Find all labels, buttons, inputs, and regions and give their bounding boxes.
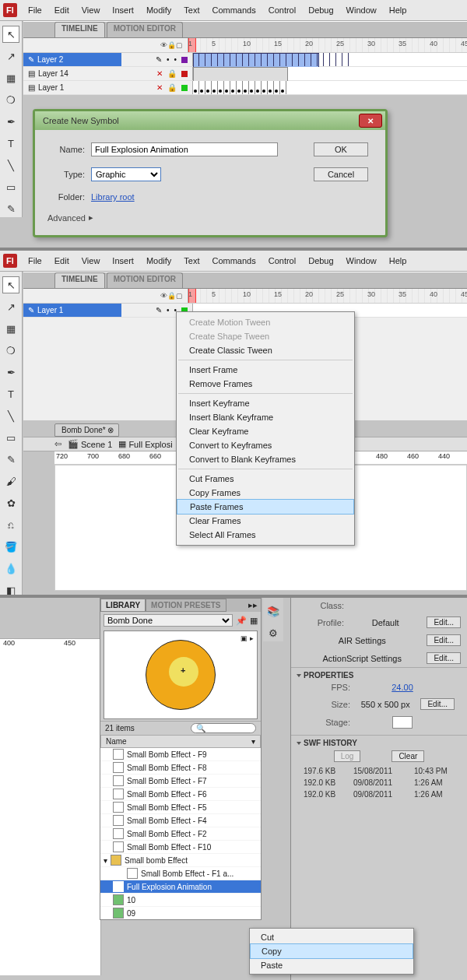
advanced-toggle[interactable]: Advanced▸	[44, 213, 376, 223]
outline-icon[interactable]: ▢	[175, 41, 183, 49]
column-header-name[interactable]: Name▾	[100, 735, 261, 748]
pencil-icon[interactable]: ✎	[156, 306, 162, 314]
lasso-tool[interactable]: ❍	[2, 342, 19, 359]
collapse-icon[interactable]: ▸▸	[245, 599, 261, 612]
layer-row[interactable]: ▤Layer 1 ✕🔒	[23, 81, 467, 95]
folder-link[interactable]: Library root	[91, 192, 314, 202]
pen-tool[interactable]: ✒	[2, 113, 19, 130]
menu-item[interactable]: Debug	[307, 253, 335, 269]
context-menu-item[interactable]: Paste	[250, 958, 413, 972]
tab-library[interactable]: LIBRARY	[100, 599, 146, 612]
menu-item[interactable]: Window	[345, 2, 378, 18]
deco-tool[interactable]: ✿	[2, 494, 19, 511]
stage-area[interactable]	[0, 653, 101, 975]
frame-span[interactable]	[193, 67, 288, 82]
menu-item[interactable]: View	[80, 253, 102, 269]
subselect-tool[interactable]: ↗	[2, 298, 19, 315]
library-item[interactable]: 10	[100, 894, 261, 907]
timeline-ruler[interactable]: 👁🔒▢ 1 5 10 15 20 25 30 35 40 45	[23, 38, 467, 53]
layer-row[interactable]: ▤Layer 14 ✕🔒	[23, 67, 467, 81]
freetransform-tool[interactable]: ▦	[2, 69, 19, 86]
document-tab[interactable]: Bomb Done* ⊗	[54, 423, 119, 437]
eyedrop-tool[interactable]: 💧	[2, 560, 19, 577]
library-item[interactable]: Small Bomb Effect - F10	[100, 841, 261, 854]
edit-button[interactable]: Edit...	[427, 634, 461, 646]
library-item[interactable]: ▾Small bomb Effect	[100, 854, 261, 867]
library-item[interactable]: Small Bomb Effect - F2	[100, 827, 261, 841]
properties-icon[interactable]: ⚙	[265, 624, 282, 641]
menu-item[interactable]: Control	[267, 253, 297, 269]
hidden-icon[interactable]: ✕	[156, 69, 163, 78]
menu-item[interactable]: Edit	[53, 253, 71, 269]
pin-icon[interactable]: 📌	[236, 616, 247, 626]
context-menu-item[interactable]: Clear Keyframe	[177, 424, 354, 438]
layer-row[interactable]: ✎Layer 2 ✎••	[23, 53, 467, 67]
menu-item[interactable]: Commands	[210, 253, 257, 269]
sort-icon[interactable]: ▾	[251, 737, 255, 746]
symbol-name-input[interactable]	[91, 142, 278, 156]
close-icon[interactable]: ⊗	[107, 426, 114, 434]
context-menu-item[interactable]: Copy	[250, 943, 413, 959]
menu-item[interactable]: Modify	[145, 253, 173, 269]
color-swatch[interactable]	[181, 57, 188, 63]
menu-item[interactable]: Debug	[307, 2, 335, 18]
context-menu-item[interactable]: Insert Frame	[177, 363, 354, 377]
cancel-button[interactable]: Cancel	[314, 167, 368, 181]
swf-history-header[interactable]: SWF HISTORY	[297, 739, 461, 747]
eye-icon[interactable]: 👁	[160, 292, 167, 300]
stage-color-swatch[interactable]	[392, 716, 413, 729]
tab-timeline[interactable]: TIMELINE	[54, 272, 105, 288]
brush-tool[interactable]: 🖌	[2, 472, 19, 490]
scene-crumb[interactable]: 🎬Scene 1	[68, 439, 112, 449]
edit-button[interactable]: Edit...	[420, 698, 455, 710]
lock-icon[interactable]: 🔒	[167, 41, 175, 49]
menu-item[interactable]: Insert	[111, 2, 135, 18]
context-menu-item[interactable]: Paste Frames	[177, 499, 354, 515]
rect-tool[interactable]: ▭	[2, 429, 19, 446]
context-menu-item[interactable]: Insert Blank Keyframe	[177, 410, 354, 424]
color-swatch[interactable]	[181, 85, 188, 91]
hidden-icon[interactable]: ✕	[156, 83, 163, 92]
context-menu-item[interactable]: Cut Frames	[177, 472, 354, 486]
menu-item[interactable]: File	[26, 2, 44, 18]
bone-tool[interactable]: ⎌	[2, 516, 19, 533]
tab-motion-editor[interactable]: MOTION EDITOR	[107, 272, 183, 288]
context-menu-item[interactable]: Insert Keyframe	[177, 396, 354, 410]
library-item[interactable]: 09	[100, 907, 261, 919]
clear-button[interactable]: Clear	[392, 750, 424, 762]
edit-button[interactable]: Edit...	[427, 616, 461, 628]
paint-tool[interactable]: 🪣	[2, 538, 19, 555]
subselect-tool[interactable]: ↗	[2, 47, 19, 65]
rect-tool[interactable]: ▭	[2, 178, 19, 195]
eye-icon[interactable]: 👁	[160, 41, 167, 49]
text-tool[interactable]: T	[2, 385, 19, 402]
line-tool[interactable]: ╲	[2, 156, 19, 174]
pencil-tool[interactable]: ✎	[2, 451, 19, 468]
context-menu-item[interactable]: Create Classic Tween	[177, 343, 354, 357]
selection-tool[interactable]: ↖	[2, 276, 19, 293]
pen-tool[interactable]: ✒	[2, 364, 19, 381]
library-item[interactable]: Full Explosion Animation	[100, 880, 261, 894]
ok-button[interactable]: OK	[314, 142, 368, 156]
library-item[interactable]: Small Bomb Effect - F4	[100, 814, 261, 827]
library-item[interactable]: Small Bomb Effect - F6	[100, 788, 261, 801]
pencil-icon[interactable]: ✎	[156, 55, 162, 64]
new-library-icon[interactable]: ▦	[250, 616, 258, 626]
symbol-type-select[interactable]: Graphic	[91, 167, 161, 181]
tab-timeline[interactable]: TIMELINE	[54, 22, 105, 37]
menu-item[interactable]: Text	[182, 253, 201, 269]
context-menu-item[interactable]: Clear Frames	[177, 514, 354, 528]
menu-item[interactable]: Edit	[53, 2, 71, 18]
library-item[interactable]: Small Bomb Effect - F9	[100, 748, 261, 761]
library-doc-select[interactable]: Bomb Done	[104, 614, 233, 627]
lock-icon[interactable]: 🔒	[167, 83, 177, 92]
edit-button[interactable]: Edit...	[427, 652, 461, 664]
menu-item[interactable]: Window	[345, 253, 378, 269]
context-menu-item[interactable]: Cut	[250, 930, 413, 944]
context-menu-item[interactable]: Convert to Blank Keyframes	[177, 452, 354, 466]
eraser-tool[interactable]: ◧	[2, 581, 19, 598]
menu-item[interactable]: Control	[267, 2, 297, 18]
menu-item[interactable]: Commands	[210, 2, 257, 18]
selection-tool[interactable]: ↖	[2, 26, 19, 43]
library-item[interactable]: Small Bomb Effect - F7	[100, 775, 261, 788]
